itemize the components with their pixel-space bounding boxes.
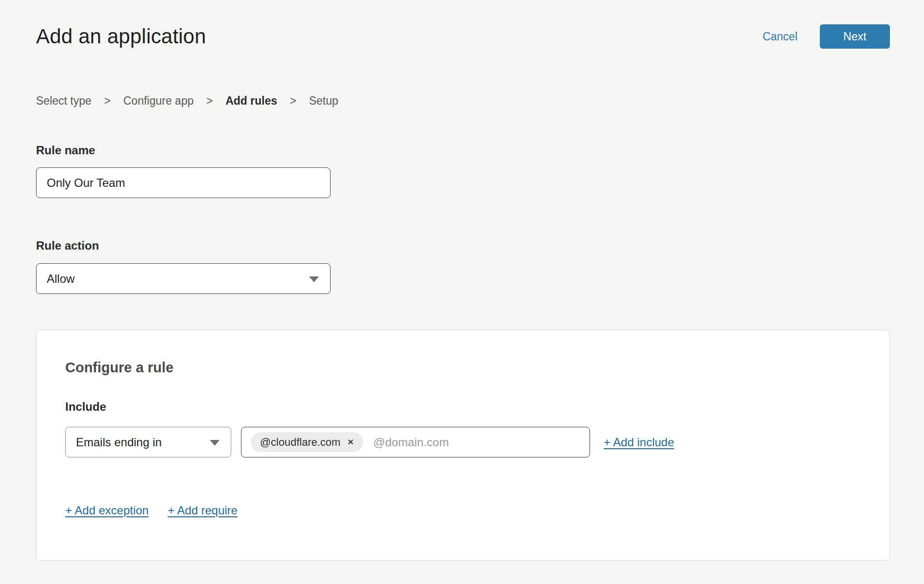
configure-rule-card: Configure a rule Include Emails ending i…: [36, 330, 890, 561]
include-selector-value: Emails ending in: [76, 436, 162, 449]
include-value-tag-input[interactable]: @cloudflare.com ✕: [241, 427, 590, 457]
breadcrumb-separator: >: [290, 94, 296, 108]
remove-chip-icon[interactable]: ✕: [347, 438, 353, 446]
include-rule-row: Emails ending in @cloudflare.com ✕ + Add…: [65, 427, 889, 457]
cancel-button[interactable]: Cancel: [762, 30, 797, 43]
add-require-link[interactable]: + Add require: [167, 504, 237, 517]
step-add-rules[interactable]: Add rules: [225, 94, 277, 108]
page-header: Add an application Cancel Next: [36, 0, 890, 49]
email-domain-chip-text: @cloudflare.com: [260, 436, 340, 449]
rule-action-select[interactable]: Allow: [36, 263, 331, 294]
step-select-type[interactable]: Select type: [36, 94, 92, 108]
breadcrumb: Select type > Configure app > Add rules …: [36, 94, 890, 108]
step-configure-app[interactable]: Configure app: [123, 94, 194, 108]
include-label: Include: [65, 400, 889, 414]
card-title: Configure a rule: [65, 360, 889, 376]
add-application-page: Add an application Cancel Next Select ty…: [0, 0, 924, 561]
include-selector-select[interactable]: Emails ending in: [65, 427, 231, 457]
header-actions: Cancel Next: [762, 24, 890, 49]
domain-entry-input[interactable]: [363, 427, 590, 457]
step-setup[interactable]: Setup: [309, 94, 338, 108]
rule-name-input[interactable]: [36, 167, 331, 198]
page-title: Add an application: [36, 25, 206, 48]
breadcrumb-separator: >: [104, 94, 111, 108]
email-domain-chip: @cloudflare.com ✕: [251, 432, 363, 452]
breadcrumb-separator: >: [206, 94, 213, 108]
next-button[interactable]: Next: [820, 24, 890, 49]
rule-action-label: Rule action: [36, 239, 890, 253]
extra-rule-links: + Add exception + Add require: [65, 504, 889, 517]
chevron-down-icon: [210, 440, 220, 446]
add-include-link[interactable]: + Add include: [604, 436, 674, 449]
chevron-down-icon: [309, 276, 319, 282]
rule-action-value: Allow: [47, 272, 74, 286]
rule-name-label: Rule name: [36, 144, 890, 157]
add-exception-link[interactable]: + Add exception: [65, 504, 148, 517]
